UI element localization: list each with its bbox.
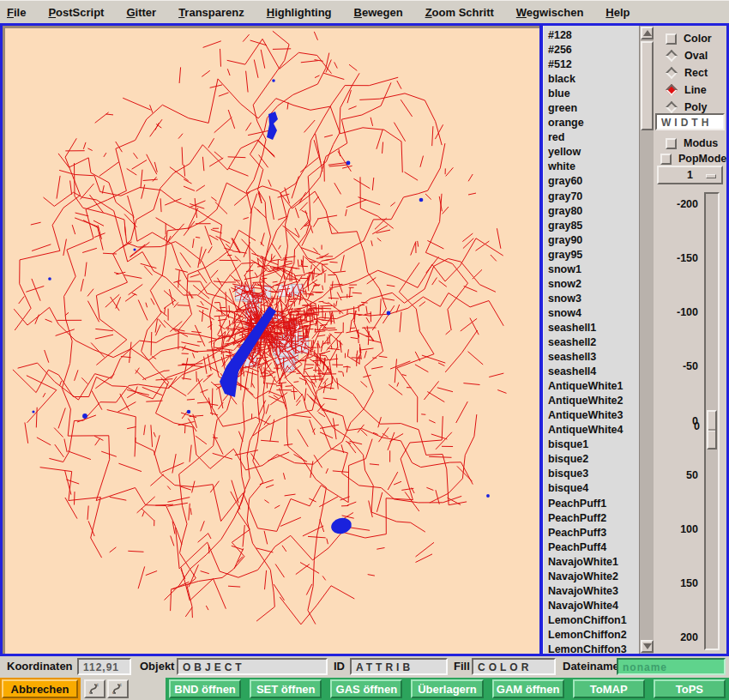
radio-diamond-icon[interactable] xyxy=(666,50,678,62)
curve-tool-button-2[interactable]: c c xyxy=(107,679,129,698)
map-canvas[interactable] xyxy=(3,26,539,654)
main-frame-inner: #128 #256 #512 black blue green orange r… xyxy=(3,26,726,654)
color-list-item[interactable]: AntiqueWhite2 xyxy=(544,394,639,408)
color-list-item[interactable]: NavajoWhite2 xyxy=(544,570,639,584)
color-list-item[interactable]: AntiqueWhite1 xyxy=(544,379,639,394)
svg-text:c: c xyxy=(96,682,99,687)
color-list-item[interactable]: gray95 xyxy=(544,248,639,262)
color-list-item[interactable]: orange xyxy=(544,116,639,130)
menu-item[interactable]: Gitter xyxy=(126,6,156,19)
color-list-item[interactable]: gray85 xyxy=(544,219,639,233)
scroll-down-button[interactable] xyxy=(641,640,654,653)
action-button[interactable]: Überlagern xyxy=(411,679,483,698)
color-list-item[interactable]: gray90 xyxy=(544,233,639,248)
color-list-item[interactable]: #128 xyxy=(544,28,639,43)
action-bar: Abbrechen c c c c BND öffnen SET öffnen xyxy=(0,678,729,700)
shape-option[interactable]: Line xyxy=(666,82,707,98)
color-list-item[interactable]: bisque4 xyxy=(544,481,639,496)
action-button[interactable]: GAM öffnen xyxy=(492,679,564,698)
color-list-item[interactable]: white xyxy=(544,160,639,174)
popmode-checkbox-icon[interactable] xyxy=(660,154,672,165)
dateiname-field[interactable]: noname xyxy=(617,658,726,675)
color-list-item[interactable]: PeachPuff3 xyxy=(544,526,639,540)
action-button[interactable]: GAS öffnen xyxy=(330,679,402,698)
id-field[interactable]: ATTRIB xyxy=(350,658,448,675)
popmode-toggle-label: PopMode xyxy=(678,153,726,165)
radio-diamond-icon[interactable] xyxy=(666,84,678,96)
color-list-item[interactable]: LemonChiffon2 xyxy=(544,628,639,643)
color-list-item[interactable]: blue xyxy=(544,87,639,101)
shape-option[interactable]: Rect xyxy=(666,65,708,81)
menu-item[interactable]: Highlighting xyxy=(267,6,332,19)
color-list-item[interactable]: bisque2 xyxy=(544,452,639,467)
menu-item[interactable]: File xyxy=(7,6,26,19)
modus-toggle[interactable]: Modus xyxy=(666,136,718,151)
color-list-item[interactable]: LemonChiffon3 xyxy=(544,643,639,654)
scrollbar-thumb[interactable] xyxy=(641,41,654,130)
color-name-list: #128 #256 #512 black blue green orange r… xyxy=(543,26,639,654)
color-list-item[interactable]: black xyxy=(544,72,639,87)
color-list-item[interactable]: gray60 xyxy=(544,174,639,189)
popmode-toggle[interactable]: PopMode xyxy=(660,151,726,166)
color-list-item[interactable]: snow1 xyxy=(544,262,639,277)
color-list-item[interactable]: NavajoWhite4 xyxy=(544,599,639,613)
objekt-field[interactable]: OBJECT xyxy=(177,658,328,675)
color-list-item[interactable]: AntiqueWhite3 xyxy=(544,408,639,423)
koordinaten-field[interactable]: 112,91 xyxy=(77,658,131,675)
action-button[interactable]: ToMAP xyxy=(573,679,645,698)
menu-item[interactable]: Bewegen xyxy=(354,6,403,19)
color-list-item[interactable]: PeachPuff1 xyxy=(544,497,639,511)
color-list-item[interactable]: NavajoWhite3 xyxy=(544,584,639,599)
color-list-item[interactable]: #512 xyxy=(544,57,639,72)
koordinaten-label: Koordinaten xyxy=(7,660,73,673)
menu-item[interactable]: Transparenz xyxy=(178,6,244,19)
menu-item[interactable]: Zoom Schritt xyxy=(425,6,494,19)
color-list-item[interactable]: LemonChiffon1 xyxy=(544,613,639,628)
abbrechen-button[interactable]: Abbrechen xyxy=(2,679,78,698)
modus-checkbox-icon[interactable] xyxy=(666,138,677,149)
menu-item[interactable]: PostScript xyxy=(48,6,104,19)
color-list-item[interactable]: AntiqueWhite4 xyxy=(544,423,639,438)
action-button[interactable]: SET öffnen xyxy=(250,679,322,698)
color-list-item[interactable]: seashell3 xyxy=(544,350,639,365)
scale-tick-label: -150 xyxy=(654,253,698,264)
action-button[interactable]: ToPS xyxy=(654,679,726,698)
color-list-item[interactable]: bisque1 xyxy=(544,438,639,452)
svg-text:c: c xyxy=(89,690,92,695)
color-toggle-label: Color xyxy=(684,33,712,45)
id-label: ID xyxy=(334,660,345,673)
color-list-item[interactable]: seashell4 xyxy=(544,365,639,379)
action-button[interactable]: BND öffnen xyxy=(169,679,241,698)
color-list-item[interactable]: green xyxy=(544,101,639,116)
color-list-item[interactable]: snow2 xyxy=(544,277,639,292)
menu-item[interactable]: Wegwischen xyxy=(516,6,584,19)
color-list-item[interactable]: NavajoWhite1 xyxy=(544,555,639,570)
color-list-item[interactable]: yellow xyxy=(544,145,639,160)
color-list-item[interactable]: PeachPuff4 xyxy=(544,540,639,555)
scale-slider-thumb[interactable] xyxy=(707,410,717,450)
menu-item[interactable]: Help xyxy=(605,6,630,19)
color-list-item[interactable]: snow3 xyxy=(544,292,639,306)
color-list-scrollbar[interactable] xyxy=(639,26,654,654)
width-value-dropdown[interactable]: 1 xyxy=(657,166,723,184)
shape-option[interactable]: Oval xyxy=(666,48,708,63)
scroll-up-button[interactable] xyxy=(641,27,654,39)
radio-diamond-icon[interactable] xyxy=(666,67,678,79)
color-list-item[interactable]: #256 xyxy=(544,43,639,57)
scale-trough[interactable] xyxy=(704,192,720,650)
shape-option-label: Rect xyxy=(684,67,708,79)
color-list-item[interactable]: bisque3 xyxy=(544,467,639,481)
road-network-map[interactable] xyxy=(5,28,539,654)
curve-tool-button-1[interactable]: c c xyxy=(84,679,105,698)
radio-diamond-icon[interactable] xyxy=(666,101,678,113)
color-list-item[interactable]: seashell2 xyxy=(544,335,639,350)
color-list-item[interactable]: PeachPuff2 xyxy=(544,511,639,526)
color-checkbox-icon[interactable] xyxy=(666,33,677,45)
color-toggle[interactable]: Color xyxy=(666,31,712,46)
color-list-item[interactable]: gray80 xyxy=(544,204,639,219)
color-list-item[interactable]: red xyxy=(544,130,639,145)
fill-field[interactable]: COLOR xyxy=(472,658,556,675)
color-list-item[interactable]: gray70 xyxy=(544,190,639,204)
color-list-item[interactable]: seashell1 xyxy=(544,321,639,335)
color-list-item[interactable]: snow4 xyxy=(544,306,639,321)
